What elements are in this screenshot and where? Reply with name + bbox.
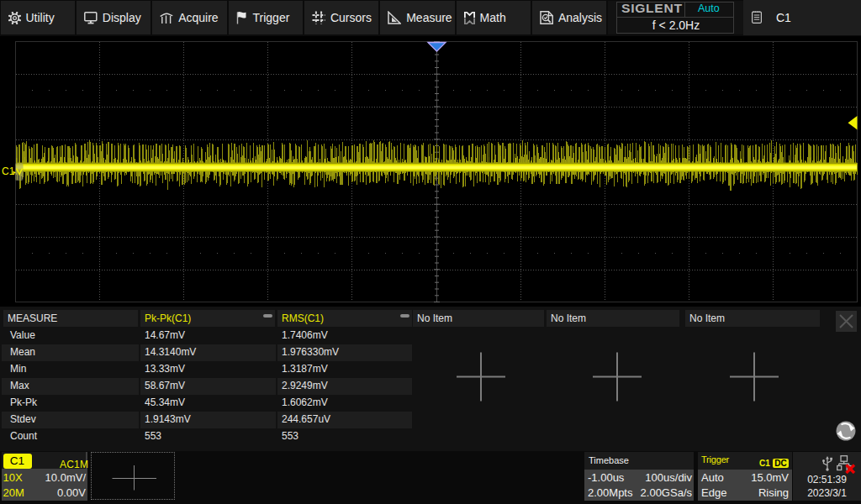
svg-text:C1: C1 [2, 165, 15, 177]
